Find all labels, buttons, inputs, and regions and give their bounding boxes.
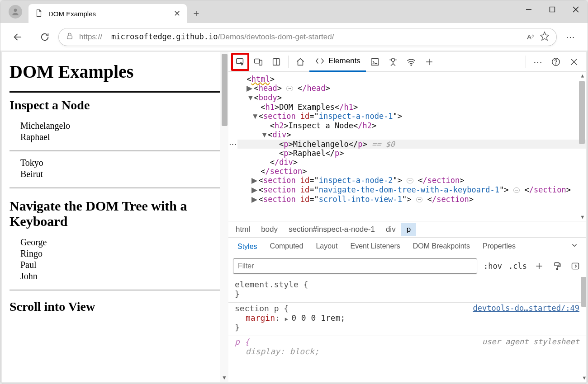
menu-button[interactable]: ⋯ (561, 32, 579, 42)
event-listeners-tab[interactable]: Event Listeners (344, 237, 406, 255)
dock-button[interactable] (267, 53, 285, 71)
section-heading: Navigate the DOM Tree with a Keyboard (9, 198, 225, 229)
computed-tab[interactable]: Computed (264, 237, 310, 255)
crumb-item[interactable]: body (256, 223, 283, 236)
address-bar[interactable]: https://microsoftedge.github.io/Demos/de… (58, 28, 557, 46)
browser-tab[interactable]: DOM Examples ✕ (28, 4, 187, 23)
read-aloud-icon[interactable]: A›) (527, 31, 533, 43)
css-value[interactable]: 0 0 0 1rem; (291, 313, 345, 323)
list-item: Paul (20, 260, 225, 270)
brace: } (235, 323, 579, 332)
svg-rect-28 (555, 263, 559, 266)
styles-filter-row: :hov .cls (228, 255, 586, 277)
device-toggle-button[interactable] (249, 53, 267, 71)
list-item: George (20, 237, 225, 248)
page-content: DOM Examples Inspect a Node Michelangelo… (2, 52, 228, 382)
dom-tree[interactable]: <html> ▶<head> ⋯ </head> ▼<body> <h1>DOM… (228, 72, 586, 221)
minimize-button[interactable] (517, 0, 541, 19)
close-devtools-button[interactable] (565, 53, 583, 71)
css-property: display (246, 347, 280, 356)
devtools-menu-button[interactable]: ⋯ (529, 56, 547, 67)
url-text: https://microsoftedge.github.io/Demos/de… (79, 32, 334, 42)
section-heading: Inspect a Node (9, 98, 225, 112)
scroll-down-icon[interactable]: ▼ (222, 375, 227, 381)
list-item: Raphael (20, 132, 225, 142)
network-tab-icon[interactable] (402, 53, 420, 71)
sources-tab-icon[interactable] (384, 53, 402, 71)
list-item: Beirut (20, 169, 225, 179)
inspect-element-button[interactable] (231, 53, 249, 71)
source-link[interactable]: devtools-do…started/:49 (473, 304, 579, 313)
paint-button[interactable] (551, 262, 563, 271)
styles-pane[interactable]: element.style { } devtools-do…started/:4… (228, 277, 586, 382)
devtools-panel: Elements ⋯ (228, 52, 586, 382)
window-titlebar: DOM Examples ✕ + (0, 0, 588, 23)
brace: } (235, 289, 579, 299)
new-tab-button[interactable]: + (187, 4, 206, 23)
list-item: Ringo (20, 248, 225, 259)
svg-rect-13 (371, 58, 379, 65)
svg-rect-6 (67, 36, 72, 39)
svg-rect-29 (557, 268, 558, 270)
dom-scrollbar[interactable]: ▲ ▼ (578, 72, 586, 221)
more-tabs-button[interactable] (420, 53, 438, 71)
devtools-tabbar: Elements ⋯ (228, 52, 586, 72)
cls-toggle[interactable]: .cls (508, 262, 527, 271)
tab-close-icon[interactable]: ✕ (174, 9, 180, 19)
help-button[interactable] (547, 53, 565, 71)
layout-tab[interactable]: Layout (309, 237, 344, 255)
svg-rect-9 (255, 59, 260, 63)
ua-label: user agent stylesheet (482, 337, 579, 346)
svg-rect-2 (550, 7, 555, 12)
scrollbar[interactable]: ▲ ▼ (220, 52, 228, 382)
scroll-down-icon[interactable]: ▼ (583, 375, 586, 381)
profile-avatar[interactable] (9, 5, 22, 19)
file-icon (35, 9, 43, 19)
list-item: Michelangelo (20, 121, 225, 131)
page-title: DOM Examples (9, 61, 225, 82)
properties-tab[interactable]: Properties (476, 237, 522, 255)
filter-input[interactable] (233, 258, 477, 274)
breadcrumb[interactable]: html body section#inspect-a-node-1 div p (228, 221, 586, 237)
css-value: block; (290, 347, 319, 356)
svg-point-19 (411, 65, 412, 66)
scrollbar-thumb[interactable] (222, 54, 228, 126)
crumb-item[interactable]: div (380, 223, 401, 236)
list-item: John (20, 271, 225, 281)
scroll-down-icon[interactable]: ▼ (581, 214, 584, 220)
svg-point-23 (555, 64, 556, 64)
list-item: Tokyo (20, 158, 225, 168)
svg-point-15 (391, 58, 394, 61)
toolbar: https://microsoftedge.github.io/Demos/de… (0, 23, 588, 51)
welcome-tab[interactable] (291, 53, 309, 71)
close-button[interactable] (564, 0, 588, 19)
css-property[interactable]: margin (246, 313, 275, 323)
svg-rect-8 (237, 58, 243, 63)
tab-title: DOM Examples (48, 10, 96, 18)
svg-point-0 (14, 9, 17, 12)
refresh-button[interactable] (36, 28, 54, 46)
toggle-common-button[interactable] (569, 262, 581, 271)
scroll-up-icon[interactable]: ▲ (581, 73, 584, 79)
back-button[interactable] (9, 28, 27, 46)
elements-tab[interactable]: Elements (309, 52, 366, 72)
dom-breakpoints-tab[interactable]: DOM Breakpoints (407, 237, 476, 255)
crumb-item-active[interactable]: p (401, 223, 416, 236)
svg-rect-30 (572, 263, 579, 269)
maximize-button[interactable] (541, 0, 564, 19)
favorite-icon[interactable] (540, 31, 550, 43)
crumb-item[interactable]: html (230, 223, 256, 236)
styles-scrollbar[interactable]: ▲ ▼ (579, 277, 586, 382)
lock-icon (66, 32, 74, 42)
chevron-down-icon[interactable] (566, 241, 583, 251)
svg-marker-7 (541, 32, 549, 40)
styles-tab[interactable]: Styles (231, 237, 264, 255)
console-tab-icon[interactable] (366, 53, 384, 71)
styles-tabbar: Styles Computed Layout Event Listeners D… (228, 237, 586, 255)
crumb-item[interactable]: section#inspect-a-node-1 (283, 223, 380, 236)
tab-label: Elements (328, 56, 360, 66)
hov-toggle[interactable]: :hov (484, 262, 502, 271)
new-style-button[interactable] (533, 262, 545, 271)
scrollbar-thumb[interactable] (581, 277, 586, 307)
scrollbar-thumb[interactable] (579, 81, 585, 144)
